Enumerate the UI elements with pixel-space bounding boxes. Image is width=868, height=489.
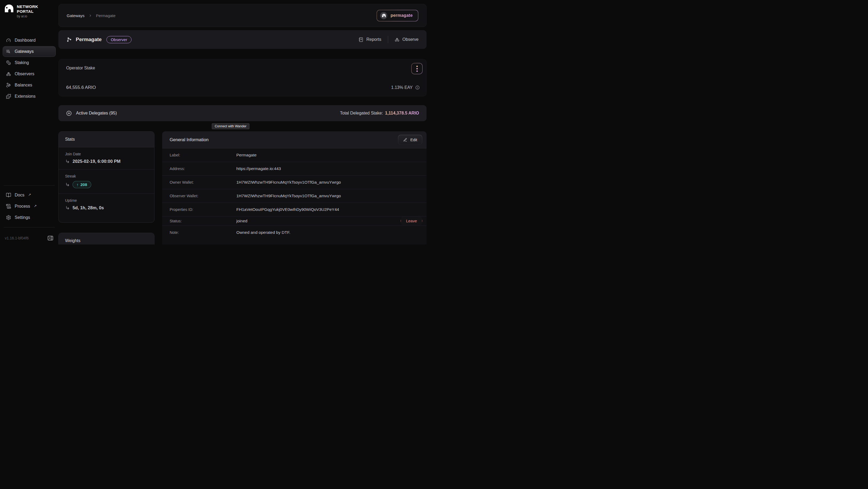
gateway-title: Permagate [76, 36, 102, 42]
operator-stake-amount: 64,555.6 ARIO [66, 85, 96, 90]
sidebar-item-label: Balances [15, 83, 32, 88]
info-row-label: Label: Permagate [162, 148, 427, 162]
kebab-dot [416, 70, 418, 72]
hand-coins-icon [6, 83, 11, 88]
sidebar-item-observers[interactable]: Observers [3, 68, 56, 79]
stats-card-title: Stats [59, 132, 154, 147]
gauge-icon [6, 38, 11, 43]
sidebar-item-label: Dashboard [15, 38, 35, 43]
gateway-header: Permagate Observer Reports Observe [58, 30, 427, 49]
info-value[interactable]: https://permagate.io:443 [236, 166, 281, 171]
account-button[interactable]: permagate [377, 10, 418, 21]
coins-icon [6, 60, 11, 65]
binoculars-icon [6, 71, 11, 77]
info-value: Permagate [236, 153, 257, 157]
scroll-icon [6, 204, 11, 209]
total-delegated-label: Total Delegated Stake: [340, 111, 383, 116]
sidebar-item-label: Docs [15, 193, 24, 198]
active-delegates-bar: Active Delegates (95) Total Delegated St… [58, 105, 427, 121]
eay-value: 1.13% EAY [391, 85, 413, 90]
active-delegates-label[interactable]: Active Delegates (95) [76, 111, 117, 116]
general-information-title: General Information [169, 137, 209, 142]
info-label: Observer Wallet: [169, 194, 236, 198]
sidebar-item-staking[interactable]: Staking [3, 57, 56, 68]
stat-row-streak: Streak ↑ 208 [59, 169, 154, 194]
sidebar-nav: Dashboard Gateways Staking Observers [3, 35, 56, 102]
info-value[interactable]: 1H7WZIWhzwTH9FIcnuMqYkTsoyv1OTfGa_amvuYw… [236, 194, 341, 198]
info-value[interactable]: FH1aVetOouIPGqgYukj0VE0wIhDy90WiQoV3U2Pe… [236, 207, 339, 212]
observe-button[interactable]: Observe [395, 37, 418, 42]
kebab-dot [416, 68, 418, 69]
sidebar-item-docs[interactable]: Docs ↗ [3, 190, 56, 200]
info-label: Owner Wallet: [169, 180, 236, 184]
notebook-icon [359, 37, 364, 42]
sidebar-item-process[interactable]: Process ↗ [3, 201, 56, 212]
sidebar-item-label: Settings [15, 215, 30, 220]
info-row-status: Status: joined Leave [162, 216, 427, 226]
external-link-icon: ↗ [28, 193, 31, 197]
account-button-border: permagate [377, 10, 418, 21]
sidebar-item-label: Staking [15, 60, 29, 65]
info-row-note: Note: Owned and operated by DTF. [162, 226, 427, 239]
external-link-icon: ↗ [34, 204, 37, 208]
stat-label: Uptime [65, 198, 148, 203]
sidebar-item-label: Extensions [15, 94, 35, 99]
info-label: Note: [169, 230, 236, 235]
plus-circle-icon[interactable] [66, 110, 72, 116]
edit-button[interactable]: Edit [398, 135, 422, 144]
stat-label: Streak [65, 174, 148, 178]
reports-label: Reports [367, 37, 381, 42]
operator-stake-card: Operator Stake 64,555.6 ARIO 1.13% EAY [58, 59, 427, 96]
info-label: Properties ID: [169, 207, 236, 212]
info-value[interactable]: 1H7WZIWhzwTH9FIcnuMqYkTsoyv1OTfGa_amvuYw… [236, 180, 341, 185]
sidebar-item-gateways[interactable]: Gateways [3, 46, 56, 57]
gear-icon [6, 215, 11, 220]
app-version: v1.16.1-bf04f6 [5, 236, 29, 240]
sidebar-item-extensions[interactable]: Extensions [3, 91, 56, 102]
leave-button[interactable]: Leave [401, 217, 422, 225]
corner-down-right-icon [65, 205, 70, 210]
streak-badge[interactable]: ↑ 208 [72, 181, 91, 188]
sidebar: NETWORK PORTAL by ar.io Dashboard Gatewa… [0, 0, 58, 244]
info-value: joined [236, 219, 247, 223]
ario-avatar-icon [380, 12, 387, 19]
total-delegated-value: 1,114,378.5 ARIO [385, 111, 419, 116]
collapse-sidebar-button[interactable] [47, 235, 54, 241]
streak-value: 208 [81, 182, 87, 187]
weights-card: Weights [58, 233, 154, 244]
stat-row-join-date: Join Date 2025-02-19, 6:00:00 PM [59, 147, 154, 169]
sidebar-item-label: Process [15, 204, 30, 209]
stat-row-uptime: Uptime 5d, 1h, 28m, 0s [59, 194, 154, 216]
account-label: permagate [391, 13, 413, 18]
list-search-icon [6, 49, 11, 54]
leave-button-border: Leave [401, 218, 422, 224]
edit-button-border: Edit [398, 135, 422, 145]
puzzle-icon [6, 94, 11, 99]
info-row-owner-wallet: Owner Wallet: 1H7WZIWhzwTH9FIcnuMqYkTsoy… [162, 175, 427, 189]
stat-label: Join Date [65, 152, 148, 156]
reports-button[interactable]: Reports [359, 37, 381, 42]
stat-value: 2025-02-19, 6:00:00 PM [72, 159, 121, 164]
sidebar-divider [4, 185, 55, 185]
stake-menu-button[interactable] [412, 63, 422, 74]
breadcrumb: Gateways Permagate [67, 13, 116, 18]
sidebar-item-balances[interactable]: Balances [3, 80, 56, 90]
sidebar-item-dashboard[interactable]: Dashboard [3, 35, 56, 46]
sidebar-item-settings[interactable]: Settings [3, 212, 56, 223]
info-label: Status: [169, 219, 236, 223]
edit-label: Edit [410, 138, 417, 142]
brand-title: NETWORK PORTAL [17, 4, 38, 13]
arrow-up-icon: ↑ [76, 182, 79, 187]
connect-wander-tooltip[interactable]: Connect with Wander [212, 123, 249, 129]
observe-label: Observe [403, 37, 418, 42]
sidebar-item-label: Gateways [15, 49, 34, 54]
corner-down-right-icon [65, 159, 70, 164]
main-content: Gateways Permagate permagate [58, 0, 434, 244]
info-icon[interactable] [415, 85, 420, 90]
vertical-divider [388, 36, 388, 43]
breadcrumb-gateways[interactable]: Gateways [67, 13, 85, 18]
info-label: Address: [169, 167, 236, 171]
breadcrumb-current: Permagate [96, 13, 116, 18]
binoculars-icon [395, 37, 400, 42]
observer-badge[interactable]: Observer [106, 36, 131, 43]
